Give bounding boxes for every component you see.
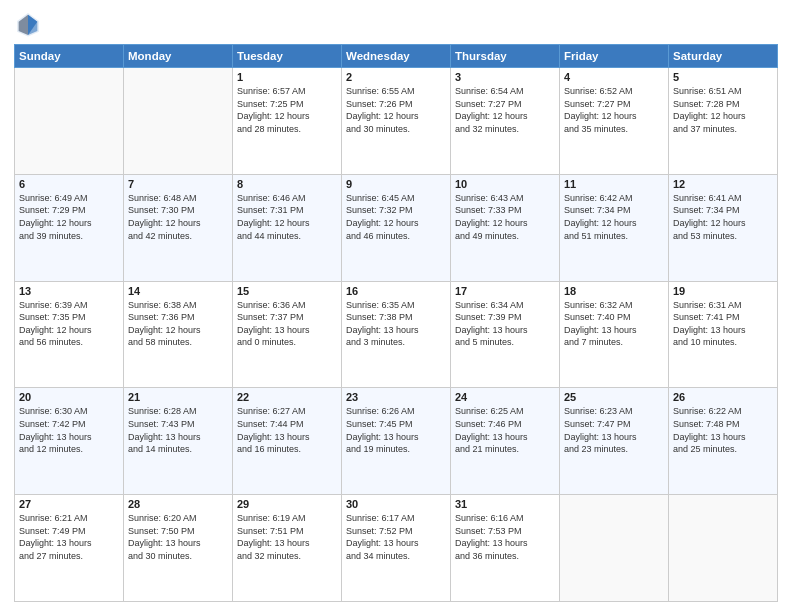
calendar-cell	[669, 495, 778, 602]
day-number: 14	[128, 285, 228, 297]
day-number: 19	[673, 285, 773, 297]
calendar-cell: 12Sunrise: 6:41 AM Sunset: 7:34 PM Dayli…	[669, 174, 778, 281]
day-info: Sunrise: 6:42 AM Sunset: 7:34 PM Dayligh…	[564, 192, 664, 242]
day-info: Sunrise: 6:28 AM Sunset: 7:43 PM Dayligh…	[128, 405, 228, 455]
logo-icon	[14, 10, 42, 38]
day-info: Sunrise: 6:57 AM Sunset: 7:25 PM Dayligh…	[237, 85, 337, 135]
day-info: Sunrise: 6:30 AM Sunset: 7:42 PM Dayligh…	[19, 405, 119, 455]
day-info: Sunrise: 6:41 AM Sunset: 7:34 PM Dayligh…	[673, 192, 773, 242]
col-header-wednesday: Wednesday	[342, 45, 451, 68]
day-info: Sunrise: 6:20 AM Sunset: 7:50 PM Dayligh…	[128, 512, 228, 562]
day-number: 20	[19, 391, 119, 403]
calendar-cell: 27Sunrise: 6:21 AM Sunset: 7:49 PM Dayli…	[15, 495, 124, 602]
day-info: Sunrise: 6:54 AM Sunset: 7:27 PM Dayligh…	[455, 85, 555, 135]
calendar-week-2: 6Sunrise: 6:49 AM Sunset: 7:29 PM Daylig…	[15, 174, 778, 281]
calendar-cell: 21Sunrise: 6:28 AM Sunset: 7:43 PM Dayli…	[124, 388, 233, 495]
day-number: 31	[455, 498, 555, 510]
day-info: Sunrise: 6:39 AM Sunset: 7:35 PM Dayligh…	[19, 299, 119, 349]
day-info: Sunrise: 6:23 AM Sunset: 7:47 PM Dayligh…	[564, 405, 664, 455]
day-number: 27	[19, 498, 119, 510]
day-info: Sunrise: 6:52 AM Sunset: 7:27 PM Dayligh…	[564, 85, 664, 135]
day-number: 29	[237, 498, 337, 510]
day-number: 12	[673, 178, 773, 190]
calendar-cell: 29Sunrise: 6:19 AM Sunset: 7:51 PM Dayli…	[233, 495, 342, 602]
day-number: 24	[455, 391, 555, 403]
calendar-cell	[124, 68, 233, 175]
col-header-monday: Monday	[124, 45, 233, 68]
calendar-cell: 30Sunrise: 6:17 AM Sunset: 7:52 PM Dayli…	[342, 495, 451, 602]
day-number: 16	[346, 285, 446, 297]
day-number: 23	[346, 391, 446, 403]
calendar-week-5: 27Sunrise: 6:21 AM Sunset: 7:49 PM Dayli…	[15, 495, 778, 602]
day-info: Sunrise: 6:21 AM Sunset: 7:49 PM Dayligh…	[19, 512, 119, 562]
calendar-cell: 5Sunrise: 6:51 AM Sunset: 7:28 PM Daylig…	[669, 68, 778, 175]
day-info: Sunrise: 6:55 AM Sunset: 7:26 PM Dayligh…	[346, 85, 446, 135]
day-number: 8	[237, 178, 337, 190]
day-number: 25	[564, 391, 664, 403]
calendar-cell: 6Sunrise: 6:49 AM Sunset: 7:29 PM Daylig…	[15, 174, 124, 281]
calendar-cell: 24Sunrise: 6:25 AM Sunset: 7:46 PM Dayli…	[451, 388, 560, 495]
calendar-cell: 26Sunrise: 6:22 AM Sunset: 7:48 PM Dayli…	[669, 388, 778, 495]
calendar-week-4: 20Sunrise: 6:30 AM Sunset: 7:42 PM Dayli…	[15, 388, 778, 495]
day-info: Sunrise: 6:25 AM Sunset: 7:46 PM Dayligh…	[455, 405, 555, 455]
col-header-friday: Friday	[560, 45, 669, 68]
calendar-cell: 4Sunrise: 6:52 AM Sunset: 7:27 PM Daylig…	[560, 68, 669, 175]
calendar-cell: 14Sunrise: 6:38 AM Sunset: 7:36 PM Dayli…	[124, 281, 233, 388]
day-number: 26	[673, 391, 773, 403]
day-info: Sunrise: 6:46 AM Sunset: 7:31 PM Dayligh…	[237, 192, 337, 242]
calendar-cell: 7Sunrise: 6:48 AM Sunset: 7:30 PM Daylig…	[124, 174, 233, 281]
day-info: Sunrise: 6:31 AM Sunset: 7:41 PM Dayligh…	[673, 299, 773, 349]
col-header-saturday: Saturday	[669, 45, 778, 68]
day-info: Sunrise: 6:43 AM Sunset: 7:33 PM Dayligh…	[455, 192, 555, 242]
day-info: Sunrise: 6:19 AM Sunset: 7:51 PM Dayligh…	[237, 512, 337, 562]
day-info: Sunrise: 6:16 AM Sunset: 7:53 PM Dayligh…	[455, 512, 555, 562]
day-info: Sunrise: 6:34 AM Sunset: 7:39 PM Dayligh…	[455, 299, 555, 349]
header	[14, 10, 778, 38]
day-number: 15	[237, 285, 337, 297]
calendar-cell: 15Sunrise: 6:36 AM Sunset: 7:37 PM Dayli…	[233, 281, 342, 388]
calendar-cell: 11Sunrise: 6:42 AM Sunset: 7:34 PM Dayli…	[560, 174, 669, 281]
day-number: 3	[455, 71, 555, 83]
calendar-cell: 8Sunrise: 6:46 AM Sunset: 7:31 PM Daylig…	[233, 174, 342, 281]
calendar-cell: 17Sunrise: 6:34 AM Sunset: 7:39 PM Dayli…	[451, 281, 560, 388]
day-info: Sunrise: 6:49 AM Sunset: 7:29 PM Dayligh…	[19, 192, 119, 242]
col-header-thursday: Thursday	[451, 45, 560, 68]
day-info: Sunrise: 6:26 AM Sunset: 7:45 PM Dayligh…	[346, 405, 446, 455]
day-number: 13	[19, 285, 119, 297]
day-info: Sunrise: 6:22 AM Sunset: 7:48 PM Dayligh…	[673, 405, 773, 455]
day-info: Sunrise: 6:32 AM Sunset: 7:40 PM Dayligh…	[564, 299, 664, 349]
day-number: 18	[564, 285, 664, 297]
day-number: 6	[19, 178, 119, 190]
col-header-sunday: Sunday	[15, 45, 124, 68]
calendar-table: SundayMondayTuesdayWednesdayThursdayFrid…	[14, 44, 778, 602]
calendar-cell: 22Sunrise: 6:27 AM Sunset: 7:44 PM Dayli…	[233, 388, 342, 495]
day-number: 7	[128, 178, 228, 190]
calendar-cell: 9Sunrise: 6:45 AM Sunset: 7:32 PM Daylig…	[342, 174, 451, 281]
page: SundayMondayTuesdayWednesdayThursdayFrid…	[0, 0, 792, 612]
calendar-cell: 20Sunrise: 6:30 AM Sunset: 7:42 PM Dayli…	[15, 388, 124, 495]
calendar-cell: 31Sunrise: 6:16 AM Sunset: 7:53 PM Dayli…	[451, 495, 560, 602]
calendar-week-1: 1Sunrise: 6:57 AM Sunset: 7:25 PM Daylig…	[15, 68, 778, 175]
calendar-header-row: SundayMondayTuesdayWednesdayThursdayFrid…	[15, 45, 778, 68]
calendar-cell	[15, 68, 124, 175]
calendar-cell: 28Sunrise: 6:20 AM Sunset: 7:50 PM Dayli…	[124, 495, 233, 602]
day-number: 4	[564, 71, 664, 83]
day-number: 11	[564, 178, 664, 190]
day-info: Sunrise: 6:48 AM Sunset: 7:30 PM Dayligh…	[128, 192, 228, 242]
calendar-week-3: 13Sunrise: 6:39 AM Sunset: 7:35 PM Dayli…	[15, 281, 778, 388]
day-info: Sunrise: 6:35 AM Sunset: 7:38 PM Dayligh…	[346, 299, 446, 349]
calendar-cell: 25Sunrise: 6:23 AM Sunset: 7:47 PM Dayli…	[560, 388, 669, 495]
calendar-cell: 19Sunrise: 6:31 AM Sunset: 7:41 PM Dayli…	[669, 281, 778, 388]
calendar-cell: 1Sunrise: 6:57 AM Sunset: 7:25 PM Daylig…	[233, 68, 342, 175]
day-number: 1	[237, 71, 337, 83]
day-info: Sunrise: 6:38 AM Sunset: 7:36 PM Dayligh…	[128, 299, 228, 349]
calendar-cell: 3Sunrise: 6:54 AM Sunset: 7:27 PM Daylig…	[451, 68, 560, 175]
day-info: Sunrise: 6:36 AM Sunset: 7:37 PM Dayligh…	[237, 299, 337, 349]
day-info: Sunrise: 6:45 AM Sunset: 7:32 PM Dayligh…	[346, 192, 446, 242]
day-number: 17	[455, 285, 555, 297]
col-header-tuesday: Tuesday	[233, 45, 342, 68]
calendar-cell: 13Sunrise: 6:39 AM Sunset: 7:35 PM Dayli…	[15, 281, 124, 388]
day-number: 21	[128, 391, 228, 403]
day-number: 10	[455, 178, 555, 190]
day-number: 9	[346, 178, 446, 190]
